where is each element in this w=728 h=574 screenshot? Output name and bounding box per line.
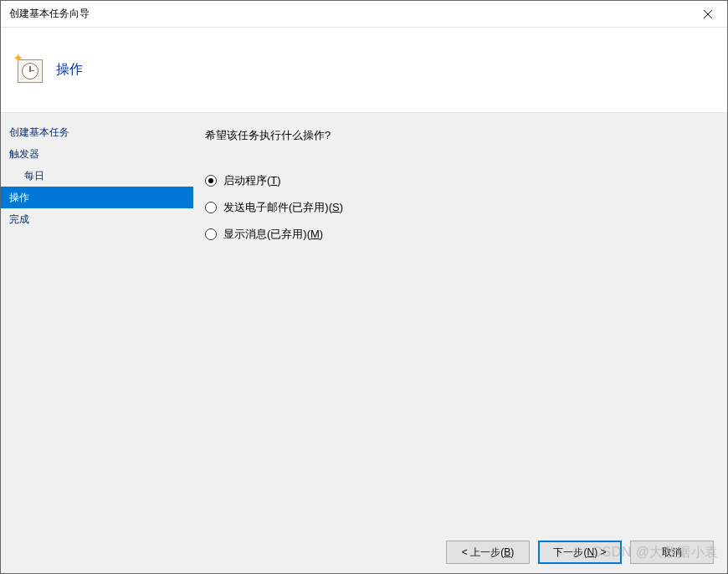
- radio-icon: [205, 228, 217, 240]
- close-icon: [704, 10, 712, 18]
- radio-icon: [205, 202, 217, 213]
- next-button[interactable]: 下一步(N) >: [538, 541, 622, 564]
- wizard-content: 希望该任务执行什么操作? 启动程序(T) 发送电子邮件(已弃用)(S) 显示消息…: [193, 113, 727, 531]
- wizard-body: 创建基本任务 触发器 每日 操作 完成 希望该任务执行什么操作? 启动程序(T)…: [1, 113, 727, 531]
- back-button[interactable]: < 上一步(B): [446, 541, 530, 564]
- radio-send-email[interactable]: 发送电子邮件(已弃用)(S): [205, 200, 710, 215]
- action-radio-group: 启动程序(T) 发送电子邮件(已弃用)(S) 显示消息(已弃用)(M): [205, 173, 710, 242]
- radio-label: 显示消息(已弃用)(M): [223, 227, 323, 242]
- cancel-button[interactable]: 取消: [630, 541, 714, 564]
- scheduler-clock-icon: [16, 56, 44, 85]
- page-title: 操作: [56, 61, 83, 79]
- wizard-steps-sidebar: 创建基本任务 触发器 每日 操作 完成: [1, 113, 193, 531]
- close-button[interactable]: [689, 1, 727, 27]
- sidebar-item-action[interactable]: 操作: [1, 187, 193, 208]
- wizard-header: 操作: [1, 28, 727, 113]
- radio-start-program[interactable]: 启动程序(T): [205, 173, 710, 188]
- titlebar: 创建基本任务向导: [1, 1, 727, 28]
- radio-label: 发送电子邮件(已弃用)(S): [223, 200, 343, 215]
- action-prompt: 希望该任务执行什么操作?: [205, 128, 710, 143]
- radio-label: 启动程序(T): [223, 173, 281, 188]
- sidebar-item-finish[interactable]: 完成: [1, 208, 193, 230]
- sidebar-item-trigger[interactable]: 触发器: [1, 143, 193, 165]
- radio-show-message[interactable]: 显示消息(已弃用)(M): [205, 227, 710, 242]
- sidebar-item-daily[interactable]: 每日: [1, 165, 193, 187]
- sidebar-item-create-task[interactable]: 创建基本任务: [1, 121, 193, 143]
- radio-icon: [205, 175, 217, 187]
- wizard-footer: < 上一步(B) 下一步(N) > 取消: [1, 531, 727, 573]
- window-title: 创建基本任务向导: [9, 7, 90, 21]
